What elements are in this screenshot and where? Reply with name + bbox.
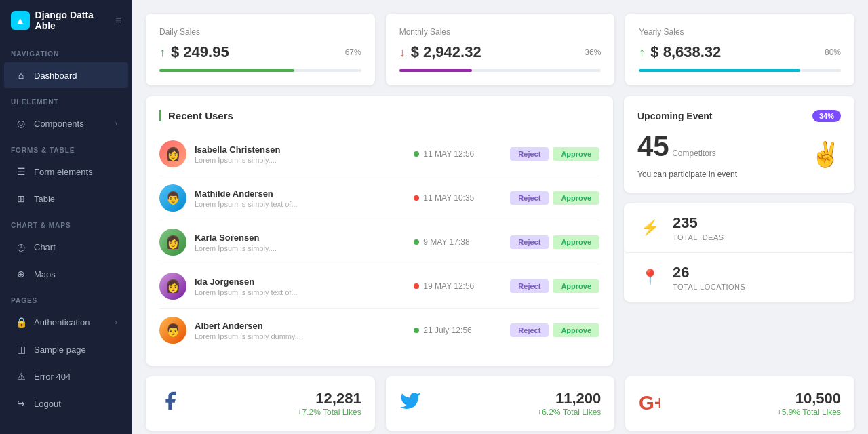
google-card: G+ 10,500 +5.9% Total Likes	[625, 376, 854, 431]
logout-label: Logout	[34, 399, 61, 409]
status-indicator	[414, 239, 419, 245]
svg-text:G+: G+	[639, 391, 660, 412]
components-label: Components	[34, 119, 84, 129]
sidebar-item-maps[interactable]: ⊕ Maps	[4, 261, 128, 287]
maps-label: Maps	[34, 269, 56, 279]
table-row: 👩 Karla Sorensen Lorem Ipsum is simply..…	[159, 220, 599, 264]
right-panel: Upcoming Event 34% 45 Competitors You ca…	[624, 96, 854, 302]
event-desc: You can participate in event	[637, 170, 737, 179]
daily-sales-bar-container	[159, 69, 361, 72]
reject-button[interactable]: Reject	[510, 147, 549, 161]
yearly-sales-bar-container	[639, 69, 841, 72]
sidebar-header: ▲ Django Datta Able ≡	[0, 0, 132, 41]
daily-sales-label: Daily Sales	[159, 27, 361, 37]
user-date: 11 MAY 12:56	[423, 149, 474, 159]
user-date: 9 MAY 17:38	[423, 237, 469, 247]
nav-section-chart-maps: CHART & MAPS	[0, 212, 132, 233]
user-desc: Lorem Ipsum is simply text of...	[195, 200, 406, 208]
event-card: Upcoming Event 34% 45 Competitors You ca…	[624, 96, 854, 193]
facebook-card: 12,281 +7.2% Total Likes	[146, 376, 375, 431]
logo-icon: ▲	[11, 11, 30, 30]
approve-button[interactable]: Approve	[553, 147, 599, 161]
sidebar-item-table[interactable]: ⊞ Table	[4, 186, 128, 212]
stats-row: Daily Sales ↑ $ 249.95 67% Monthly Sales…	[146, 14, 854, 85]
recent-users-title: Recent Users	[159, 110, 599, 121]
approve-button[interactable]: Approve	[553, 279, 599, 293]
sidebar-item-dashboard[interactable]: ⌂ Dashboard	[4, 62, 128, 88]
total-locations-label: TOTAL LOCATIONS	[673, 283, 745, 291]
sidebar: ▲ Django Datta Able ≡ NAVIGATION ⌂ Dashb…	[0, 0, 132, 434]
chevron-right-icon-auth: ›	[115, 319, 117, 326]
social-row: 12,281 +7.2% Total Likes 11,200 +6.2% To…	[146, 376, 854, 431]
nav-section-ui: UI ELEMENT	[0, 89, 132, 110]
reject-button[interactable]: Reject	[510, 191, 549, 205]
user-desc: Lorem Ipsum is simply dummy....	[195, 332, 406, 340]
maps-icon: ⊕	[15, 268, 27, 280]
twitter-count: 11,200	[537, 390, 601, 408]
total-ideas-label: TOTAL IDEAS	[673, 233, 724, 241]
components-icon: ◎	[15, 117, 27, 130]
facebook-change: +7.2% Total Likes	[297, 408, 361, 417]
status-indicator	[414, 283, 419, 289]
sidebar-item-error-404[interactable]: ⚠ Error 404	[4, 363, 128, 389]
twitter-icon	[399, 390, 421, 417]
sample-icon: ◫	[15, 343, 27, 355]
monthly-sales-bar-container	[399, 69, 601, 72]
lightning-icon: ⚡	[637, 219, 662, 237]
user-name: Mathilde Andersen	[195, 189, 406, 199]
daily-arrow-icon: ↑	[159, 45, 165, 60]
logout-icon: ↪	[15, 397, 27, 410]
recent-users-card: Recent Users 👩 Isabella Christensen Lore…	[146, 96, 613, 366]
approve-button[interactable]: Approve	[553, 235, 599, 249]
user-date: 19 MAY 12:56	[423, 281, 474, 291]
chevron-right-icon: ›	[115, 120, 117, 127]
approve-button[interactable]: Approve	[553, 191, 599, 205]
approve-button[interactable]: Approve	[553, 323, 599, 337]
sidebar-item-form-elements[interactable]: ☰ Form elements	[4, 159, 128, 184]
error-icon: ⚠	[15, 370, 27, 382]
twitter-change: +6.2% Total Likes	[537, 408, 601, 417]
reject-button[interactable]: Reject	[510, 279, 549, 293]
monthly-arrow-icon: ↓	[399, 45, 406, 60]
yearly-sales-value: $ 8,638.32	[650, 43, 721, 61]
user-desc: Lorem Ipsum is simply....	[195, 244, 406, 252]
table-row: 👨 Mathilde Andersen Lorem Ipsum is simpl…	[159, 176, 599, 220]
twitter-card: 11,200 +6.2% Total Likes	[386, 376, 615, 431]
user-name: Albert Andersen	[195, 321, 406, 331]
reject-button[interactable]: Reject	[510, 235, 549, 249]
total-locations-card: 📍 26 TOTAL LOCATIONS	[624, 253, 854, 302]
event-count-label: Competitors	[672, 149, 716, 158]
sidebar-item-logout[interactable]: ↪ Logout	[4, 391, 128, 416]
total-ideas-value: 235	[673, 214, 724, 232]
mini-stats-wrapper: ⚡ 235 TOTAL IDEAS 📍 26 TOTAL LOCATIONS	[624, 203, 854, 302]
table-icon: ⊞	[15, 193, 27, 205]
facebook-icon	[159, 390, 181, 417]
sidebar-item-authentication[interactable]: 🔒 Authentication ›	[4, 309, 128, 335]
monthly-sales-label: Monthly Sales	[399, 27, 601, 37]
monthly-sales-bar	[399, 69, 472, 72]
yearly-sales-bar	[639, 69, 800, 72]
status-indicator	[414, 328, 419, 333]
event-badge: 34%	[812, 110, 841, 122]
user-date: 21 July 12:56	[423, 326, 471, 335]
avatar: 👩	[159, 229, 186, 256]
user-name: Karla Sorensen	[195, 233, 406, 243]
monthly-sales-percent: 36%	[585, 47, 601, 57]
table-row: 👩 Isabella Christensen Lorem Ipsum is si…	[159, 132, 599, 176]
sidebar-item-components[interactable]: ◎ Components ›	[4, 111, 128, 136]
sidebar-item-sample-page[interactable]: ◫ Sample page	[4, 336, 128, 362]
monthly-sales-card: Monthly Sales ↓ $ 2,942.32 36%	[386, 14, 615, 85]
avatar: 👨	[159, 317, 186, 344]
table-row: 👩 Ida Jorgensen Lorem Ipsum is simply te…	[159, 264, 599, 309]
logo-text: Django Datta Able	[35, 9, 115, 31]
user-name: Isabella Christensen	[195, 144, 406, 155]
nav-section-forms: FORMS & TABLE	[0, 137, 132, 158]
sidebar-toggle-icon[interactable]: ≡	[115, 14, 121, 26]
reject-button[interactable]: Reject	[510, 323, 549, 337]
status-indicator	[414, 151, 419, 157]
lock-icon: 🔒	[15, 316, 27, 328]
google-count: 10,500	[777, 390, 841, 408]
daily-sales-card: Daily Sales ↑ $ 249.95 67%	[146, 14, 375, 85]
yearly-sales-card: Yearly Sales ↑ $ 8,638.32 80%	[625, 14, 854, 85]
sidebar-item-chart[interactable]: ◷ Chart	[4, 234, 128, 260]
